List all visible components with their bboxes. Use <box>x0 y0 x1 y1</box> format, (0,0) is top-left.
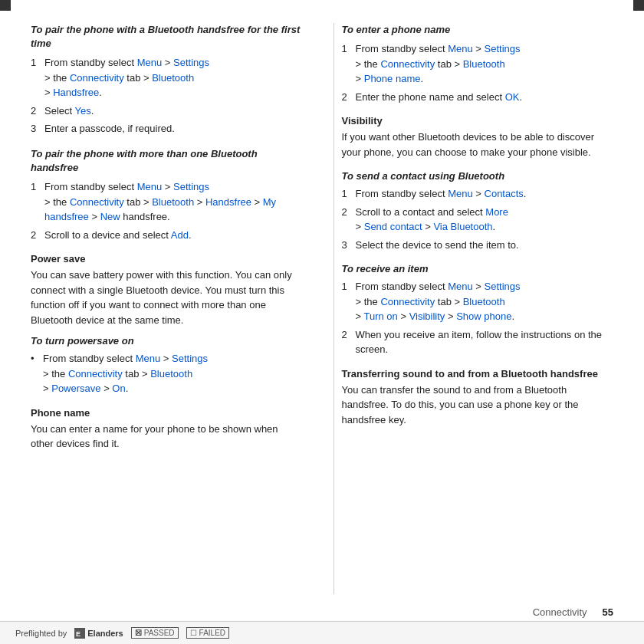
step-num: 1 <box>342 279 353 324</box>
new-link[interactable]: New <box>100 211 120 222</box>
section-transferring-sound: Transferring sound to and from a Bluetoo… <box>342 368 614 428</box>
phone-name-left-title: Phone name <box>31 407 303 419</box>
connectivity-link-r1[interactable]: Connectivity <box>380 58 435 70</box>
footer-right: Connectivity 55 <box>533 606 613 618</box>
settings-link-1[interactable]: Settings <box>173 57 209 68</box>
step-num: 1 <box>342 186 353 202</box>
menu-link-r1[interactable]: Menu <box>448 43 473 54</box>
add-link[interactable]: Add <box>171 229 189 241</box>
yes-link-1[interactable]: Yes <box>75 105 91 117</box>
page: To pair the phone with a Bluetooth hands… <box>0 0 644 644</box>
bluetooth-link-3[interactable]: Bluetooth <box>150 368 192 380</box>
step-content: Scroll to a contact and select More> Sen… <box>356 205 614 235</box>
step-num: 1 <box>342 41 353 87</box>
menu-link-2[interactable]: Menu <box>137 181 163 192</box>
powersave-step-content: From standby select Menu > Settings> the… <box>43 351 303 396</box>
visibility-body: If you want other Bluetooth devices to b… <box>342 130 614 159</box>
menu-link-1[interactable]: Menu <box>137 57 163 68</box>
ok-link[interactable]: OK <box>505 91 520 103</box>
connectivity-link-2[interactable]: Connectivity <box>70 196 124 208</box>
bluetooth-link-r1[interactable]: Bluetooth <box>463 58 505 70</box>
connectivity-link-r4[interactable]: Connectivity <box>380 296 435 307</box>
step-r1-1: 1 From standby select Menu > Settings> t… <box>342 41 614 87</box>
step-2-1: 1 From standby select Menu > Settings> t… <box>31 179 303 225</box>
section-send-contact: To send a contact using Bluetooth 1 From… <box>342 170 614 252</box>
menu-link-r3[interactable]: Menu <box>448 188 473 199</box>
section-power-save: Power save You can save battery power wi… <box>31 253 303 396</box>
passed-badge: ☒ PASSED <box>131 627 179 639</box>
step-1-2: 2 Select Yes. <box>31 104 303 119</box>
powersave-link[interactable]: Powersave <box>51 383 100 394</box>
bullet-symbol: • <box>31 351 38 396</box>
passed-check-icon: ☒ <box>135 629 142 637</box>
step-content: From standby select Menu > Settings> the… <box>44 179 303 225</box>
top-left-corner-mark <box>0 0 11 11</box>
power-save-body: You can save battery power with this fun… <box>31 268 303 327</box>
settings-link-3[interactable]: Settings <box>172 353 208 364</box>
footer: Connectivity 55 <box>0 602 644 621</box>
more-link[interactable]: More <box>485 206 508 218</box>
section-pair-first-time: To pair the phone with a Bluetooth hands… <box>31 23 303 136</box>
connectivity-link-1[interactable]: Connectivity <box>70 72 124 84</box>
step-num: 1 <box>31 55 41 100</box>
svg-text:E: E <box>76 630 80 638</box>
step-1-1: 1 From standby select Menu > Settings> t… <box>31 55 303 100</box>
send-contact-title: To send a contact using Bluetooth <box>342 170 614 182</box>
section-enter-phone-name: To enter a phone name 1 From standby sel… <box>342 23 614 104</box>
powersave-bullet-list: • From standby select Menu > Settings> t… <box>31 351 303 396</box>
right-column: To enter a phone name 1 From standby sel… <box>334 23 614 594</box>
step-num: 2 <box>31 228 41 243</box>
footer-section-word: Connectivity <box>533 606 587 618</box>
menu-link-r4[interactable]: Menu <box>448 281 473 292</box>
footer-page-number: 55 <box>603 606 613 618</box>
elanders-name: Elanders <box>87 629 123 638</box>
power-save-title: Power save <box>31 253 303 264</box>
steps-list-2: 1 From standby select Menu > Settings> t… <box>31 179 303 242</box>
bluetooth-link-r4[interactable]: Bluetooth <box>463 296 505 307</box>
bluetooth-link-2[interactable]: Bluetooth <box>152 196 194 208</box>
turn-on-link[interactable]: Turn on <box>363 310 397 322</box>
step-r3-3: 3 Select the device to send the item to. <box>342 238 614 253</box>
steps-right-4: 1 From standby select Menu > Settings> t… <box>342 279 614 357</box>
elanders-brand: E Elanders <box>74 628 123 639</box>
settings-link-r4[interactable]: Settings <box>485 281 521 292</box>
steps-list-1: 1 From standby select Menu > Settings> t… <box>31 55 303 136</box>
visibility-title: Visibility <box>342 115 614 127</box>
step-r1-2: 2 Enter the phone name and select OK. <box>342 90 614 105</box>
contacts-link[interactable]: Contacts <box>485 188 524 199</box>
step-r4-2: 2 When you receive an item, follow the i… <box>342 327 614 357</box>
step-num: 3 <box>342 238 353 253</box>
section-receive-item: To receive an item 1 From standby select… <box>342 263 614 357</box>
connectivity-link-3[interactable]: Connectivity <box>68 368 123 380</box>
step-content: Select the device to send the item to. <box>356 238 614 253</box>
bottom-bar: Preflighted by E Elanders ☒ PASSED ☐ FAI… <box>0 621 644 644</box>
section-title-pair-more: To pair the phone with more than one Blu… <box>31 147 303 175</box>
on-link[interactable]: On <box>112 383 125 394</box>
step-content: Enter a passcode, if required. <box>44 121 303 136</box>
show-phone-link[interactable]: Show phone <box>456 310 511 322</box>
phone-name-left-body: You can enter a name for your phone to b… <box>31 422 303 452</box>
elanders-icon: E <box>74 628 85 639</box>
handsfree-link-2[interactable]: Handsfree <box>205 196 251 208</box>
send-contact-link[interactable]: Send contact <box>364 221 422 232</box>
handsfree-link-1[interactable]: Handsfree <box>53 87 99 98</box>
step-content: From standby select Menu > Settings> the… <box>356 41 614 87</box>
step-r4-1: 1 From standby select Menu > Settings> t… <box>342 279 614 324</box>
step-2-2: 2 Scroll to a device and select Add. <box>31 228 303 243</box>
bluetooth-link-1[interactable]: Bluetooth <box>152 72 194 84</box>
via-bluetooth-link[interactable]: Via Bluetooth <box>433 221 492 232</box>
powersave-bullet-item: • From standby select Menu > Settings> t… <box>31 351 303 396</box>
step-r3-2: 2 Scroll to a contact and select More> S… <box>342 205 614 235</box>
enter-phone-name-title: To enter a phone name <box>342 23 614 37</box>
step-num: 2 <box>342 205 353 235</box>
settings-link-r1[interactable]: Settings <box>485 43 521 54</box>
step-content: Enter the phone name and select OK. <box>356 90 614 105</box>
phone-name-link[interactable]: Phone name <box>364 73 421 84</box>
step-content: From standby select Menu > Contacts. <box>356 186 614 202</box>
preflighted-label: Preflighted by <box>15 629 67 638</box>
settings-link-2[interactable]: Settings <box>173 181 209 192</box>
passed-label: PASSED <box>144 629 175 637</box>
menu-link-3[interactable]: Menu <box>136 353 161 364</box>
visibility-link[interactable]: Visibility <box>409 310 445 322</box>
section-title-pair-first: To pair the phone with a Bluetooth hands… <box>31 23 303 51</box>
